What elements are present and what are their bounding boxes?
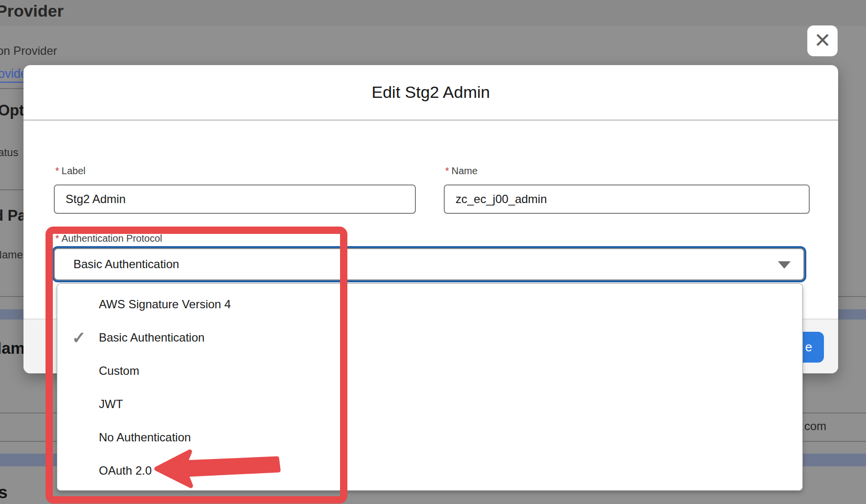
dropdown-option-label: OAuth 2.0 — [99, 464, 152, 477]
backdrop-provider-label: on Provider — [0, 44, 57, 58]
backdrop-url-text: .com — [801, 419, 826, 433]
close-icon: ✕ — [814, 30, 831, 51]
backdrop-page-title: Provider — [0, 1, 64, 21]
backdrop-status-label: atus — [0, 146, 19, 159]
label-field-label: *Label — [55, 165, 86, 177]
required-asterisk: * — [55, 233, 59, 244]
backdrop-bottom-heading: s — [0, 482, 7, 502]
backdrop-name-label: Name — [0, 249, 23, 261]
chevron-down-icon — [778, 261, 791, 269]
dropdown-option[interactable]: OAuth 2.0 — [57, 454, 802, 487]
required-asterisk: * — [445, 165, 449, 176]
checkmark-icon: ✓ — [72, 321, 86, 354]
close-button[interactable]: ✕ — [807, 25, 838, 56]
dropdown-option-label: JWT — [99, 397, 123, 411]
backdrop-header-band — [0, 0, 866, 26]
name-field-label: *Name — [445, 165, 478, 177]
auth-protocol-combobox[interactable]: Basic Authentication — [54, 248, 804, 280]
dropdown-option-label: Basic Authentication — [99, 331, 205, 344]
dropdown-option[interactable]: No Authentication — [57, 421, 802, 454]
dropdown-option-label: AWS Signature Version 4 — [99, 298, 231, 311]
required-asterisk: * — [55, 165, 59, 176]
dropdown-option-label: Custom — [99, 364, 139, 377]
modal-header: Edit Stg2 Admin — [23, 65, 838, 121]
backdrop-table-title: lam — [0, 339, 25, 358]
dropdown-option[interactable]: AWS Signature Version 4 — [57, 288, 802, 321]
modal-title: Edit Stg2 Admin — [372, 83, 490, 102]
label-input[interactable] — [54, 184, 416, 214]
dropdown-option[interactable]: Custom — [57, 354, 802, 388]
auth-protocol-label: *Authentication Protocol — [55, 233, 162, 244]
backdrop-params-heading: d Pa — [0, 207, 26, 225]
dropdown-listbox: AWS Signature Version 4✓Basic Authentica… — [57, 283, 803, 491]
dropdown-option-label: No Authentication — [99, 431, 191, 444]
dropdown-option[interactable]: JWT — [57, 388, 802, 421]
name-input[interactable] — [444, 184, 810, 214]
combobox-value: Basic Authentication — [73, 249, 179, 279]
dropdown-option[interactable]: ✓Basic Authentication — [57, 321, 802, 354]
